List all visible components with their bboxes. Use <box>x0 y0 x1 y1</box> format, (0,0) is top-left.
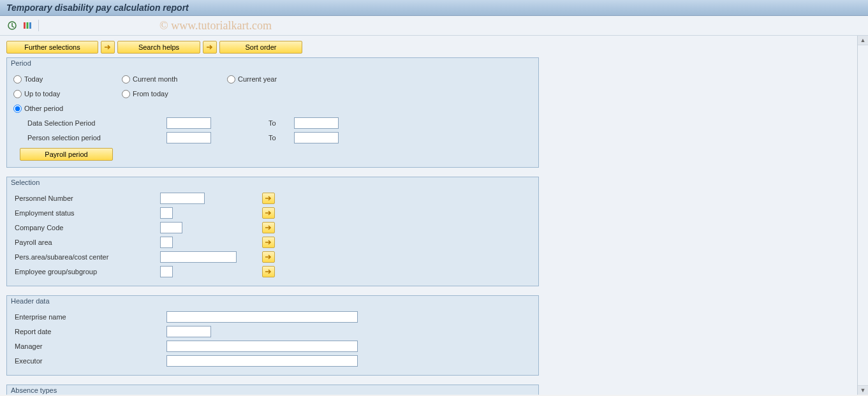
executor-input[interactable] <box>166 355 358 367</box>
selection-ribbon: Further selections Search helps Sort ord… <box>6 41 851 54</box>
enterprise-name-input[interactable] <box>166 311 358 323</box>
enterprise-name-label: Enterprise name <box>13 313 166 321</box>
search-helps-button[interactable]: Search helps <box>117 41 200 54</box>
company-code-input[interactable] <box>160 222 182 233</box>
personnel-number-multiple-icon[interactable] <box>262 193 275 204</box>
header-data-group: Header data Enterprise name Report date … <box>6 295 539 376</box>
period-group: Period Today Current month Current year … <box>6 57 539 168</box>
pers-area-input[interactable] <box>160 251 237 263</box>
absence-types-group: Absence types <box>6 385 539 395</box>
absence-types-group-title: Absence types <box>7 385 538 395</box>
radio-today[interactable]: Today <box>13 75 122 84</box>
radio-other-period[interactable]: Other period <box>13 105 122 113</box>
employment-status-label: Employment status <box>13 209 160 217</box>
further-selections-button[interactable]: Further selections <box>6 41 98 54</box>
payroll-area-input[interactable] <box>160 237 173 248</box>
radio-current-year[interactable]: Current year <box>227 75 329 84</box>
payroll-area-label: Payroll area <box>13 238 160 246</box>
manager-input[interactable] <box>166 341 358 352</box>
person-selection-period-label: Person selection period <box>13 134 166 142</box>
radio-from-today-label: From today <box>133 90 168 98</box>
data-selection-period-label: Data Selection Period <box>13 119 166 127</box>
svg-rect-1 <box>24 22 26 29</box>
sort-order-button[interactable]: Sort order <box>219 41 302 54</box>
payroll-area-multiple-icon[interactable] <box>262 237 275 248</box>
employee-group-label: Employee group/subgroup <box>13 268 160 275</box>
employee-group-input[interactable] <box>160 266 173 277</box>
selection-group-title: Selection <box>7 177 538 187</box>
manager-label: Manager <box>13 342 166 350</box>
sort-order-arrow[interactable] <box>203 41 217 54</box>
page-title: Temporary disability pay calculation rep… <box>0 0 868 16</box>
executor-label: Executor <box>13 357 166 365</box>
content-area: Further selections Search helps Sort ord… <box>0 36 857 395</box>
header-data-group-title: Header data <box>7 296 538 306</box>
variant-icon[interactable] <box>22 20 33 31</box>
person-selection-to-label: To <box>211 134 294 142</box>
svg-rect-2 <box>27 22 29 29</box>
employment-status-multiple-icon[interactable] <box>262 207 275 219</box>
report-date-label: Report date <box>13 328 166 335</box>
employment-status-input[interactable] <box>160 207 173 219</box>
data-selection-from-input[interactable] <box>166 117 211 129</box>
vertical-scrollbar[interactable]: ▲ ▼ <box>857 36 868 395</box>
radio-today-label: Today <box>24 75 43 83</box>
svg-rect-3 <box>29 22 31 29</box>
data-selection-to-label: To <box>211 119 294 127</box>
toolbar-separator <box>38 20 39 31</box>
payroll-period-button[interactable]: Payroll period <box>20 148 113 161</box>
selection-group: Selection Personnel Number Employment st… <box>6 177 539 286</box>
pers-area-label: Pers.area/subarea/cost center <box>13 253 160 261</box>
company-code-label: Company Code <box>13 224 160 231</box>
employee-group-multiple-icon[interactable] <box>262 266 275 277</box>
execute-icon[interactable] <box>6 20 18 31</box>
radio-current-month[interactable]: Current month <box>122 75 227 84</box>
period-group-title: Period <box>7 58 538 68</box>
radio-current-month-label: Current month <box>133 75 177 83</box>
radio-from-today[interactable]: From today <box>122 90 227 98</box>
radio-current-year-label: Current year <box>238 75 277 83</box>
app-toolbar <box>0 16 868 36</box>
radio-up-to-today[interactable]: Up to today <box>13 90 122 98</box>
radio-up-to-today-label: Up to today <box>24 90 60 98</box>
scroll-up-icon[interactable]: ▲ <box>860 37 866 43</box>
report-date-input[interactable] <box>166 326 211 337</box>
person-selection-to-input[interactable] <box>294 132 339 143</box>
pers-area-multiple-icon[interactable] <box>262 251 275 263</box>
data-selection-to-input[interactable] <box>294 117 339 129</box>
company-code-multiple-icon[interactable] <box>262 222 275 233</box>
scroll-down-icon[interactable]: ▼ <box>860 387 866 393</box>
search-helps-arrow[interactable] <box>101 41 115 54</box>
personnel-number-label: Personnel Number <box>13 194 160 202</box>
scroll-track[interactable] <box>858 45 868 386</box>
radio-other-period-label: Other period <box>24 105 63 112</box>
person-selection-from-input[interactable] <box>166 132 211 143</box>
personnel-number-input[interactable] <box>160 193 205 204</box>
